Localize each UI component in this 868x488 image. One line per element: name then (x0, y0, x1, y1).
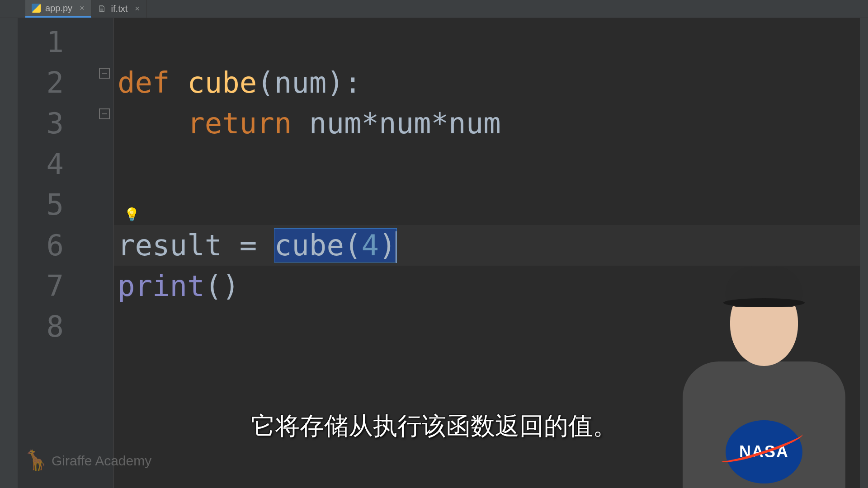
code-line-1[interactable] (114, 22, 868, 62)
line-number: 7 (18, 266, 113, 306)
close-icon[interactable]: × (80, 4, 85, 13)
fold-toggle-icon[interactable] (99, 68, 110, 79)
line-number: 4 (18, 144, 113, 184)
python-icon (32, 4, 41, 13)
tab-bar: app.py × 🗎 if.txt × (0, 0, 868, 18)
file-icon: 🗎 (98, 5, 107, 14)
gutter: 1 2 3 4 5 6 7 8 (18, 18, 114, 488)
tab-label: app.py (45, 3, 72, 14)
tab-app-py[interactable]: app.py × (25, 0, 91, 18)
code-line-2[interactable]: def cube(num): (114, 62, 868, 103)
giraffe-icon: 🦒 (24, 450, 45, 472)
close-icon[interactable]: × (135, 4, 140, 14)
line-number: 6 (18, 225, 113, 266)
code-line-4[interactable] (114, 144, 868, 184)
nasa-logo: NASA (726, 420, 802, 483)
watermark-label: Giraffe Academy (52, 453, 151, 469)
code-line-3[interactable]: return num*num*num (114, 103, 868, 144)
subtitle-text: 它将存储从执行该函数返回的值。 (251, 410, 617, 443)
text-selection: cube(4) (274, 229, 396, 262)
line-number: 8 (18, 306, 113, 347)
line-number: 1 (18, 22, 113, 62)
presenter-shirt: NASA (683, 361, 845, 488)
line-number: 5 (18, 184, 113, 225)
watermark: 🦒 Giraffe Academy (24, 450, 151, 472)
left-tool-sidebar[interactable] (0, 18, 18, 488)
presenter-video: NASA (678, 253, 850, 488)
scrollbar[interactable] (860, 18, 868, 488)
text-cursor (396, 231, 397, 263)
code-line-5[interactable] (114, 184, 868, 225)
tab-label: if.txt (111, 4, 128, 14)
fold-toggle-icon[interactable] (99, 108, 110, 119)
tab-if-txt[interactable]: 🗎 if.txt × (91, 0, 146, 18)
